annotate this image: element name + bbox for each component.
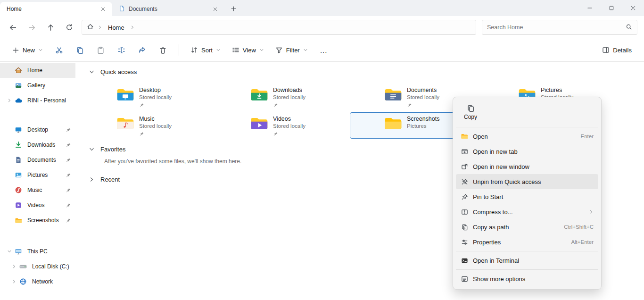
- up-button[interactable]: [41, 19, 60, 35]
- breadcrumb-home[interactable]: Home: [106, 23, 126, 32]
- section-title: Recent: [100, 176, 120, 183]
- rename-button[interactable]: [112, 42, 131, 58]
- menu-divider: [456, 251, 598, 251]
- compress-zip-icon: [461, 208, 468, 216]
- favorites-header[interactable]: Favorites: [89, 146, 125, 153]
- sidebar-item-videos[interactable]: Videos: [0, 198, 75, 213]
- tab-documents[interactable]: Documents: [112, 2, 224, 16]
- menu-item-pin-to-start[interactable]: Pin to Start: [456, 189, 598, 204]
- more-options-button[interactable]: ...: [314, 42, 333, 58]
- tab-close-icon[interactable]: [98, 4, 107, 14]
- tile-downloads[interactable]: Downloads Stored locally: [216, 83, 352, 110]
- window-controls: [579, 0, 644, 16]
- sidebar-item-this-pc[interactable]: This PC: [0, 244, 75, 259]
- sidebar-item-pictures[interactable]: Pictures: [0, 167, 75, 183]
- chevron-right-icon[interactable]: [89, 176, 95, 183]
- share-button[interactable]: [132, 42, 151, 58]
- sidebar-item-documents[interactable]: Documents: [0, 152, 75, 167]
- search-box[interactable]: Search Home: [482, 20, 637, 35]
- minimize-button[interactable]: [579, 0, 601, 16]
- view-button[interactable]: View: [227, 43, 269, 57]
- menu-item-label: Open in new tab: [473, 148, 594, 155]
- scissors-icon: [55, 46, 63, 54]
- desktop-folder-icon: [116, 88, 134, 109]
- context-copy-button[interactable]: Copy: [457, 101, 484, 124]
- tile-name: Screenshots: [407, 116, 439, 123]
- tile-subtitle: Stored locally: [139, 94, 172, 101]
- refresh-button[interactable]: [60, 19, 79, 35]
- recent-header[interactable]: Recent: [89, 176, 120, 183]
- menu-item-label: Copy as path: [473, 224, 559, 231]
- menu-item-label: Show more options: [473, 275, 594, 283]
- filter-button[interactable]: Filter: [271, 43, 313, 57]
- chevron-down-icon[interactable]: [89, 146, 95, 152]
- menu-item-unpin-quick-access[interactable]: Unpin from Quick access: [456, 174, 598, 189]
- home-breadcrumb-icon[interactable]: [87, 23, 94, 32]
- menu-item-copy-as-path[interactable]: Copy as path Ctrl+Shift+C: [456, 219, 598, 234]
- sidebar-item-label: Videos: [27, 202, 64, 208]
- tab-close-icon[interactable]: [210, 4, 220, 14]
- expand-chevron-icon[interactable]: [9, 264, 19, 269]
- sidebar-item-music[interactable]: Music: [0, 183, 75, 198]
- sidebar-item-network[interactable]: Network: [0, 274, 75, 289]
- sidebar-item-home[interactable]: Home: [0, 63, 75, 78]
- tile-videos[interactable]: Videos Stored locally: [216, 112, 352, 139]
- back-button[interactable]: [3, 19, 22, 35]
- menu-item-open-new-window[interactable]: Open in new window: [456, 159, 598, 174]
- details-button[interactable]: Details: [597, 43, 636, 57]
- close-button[interactable]: [622, 0, 644, 16]
- pin-icon: [66, 203, 71, 208]
- expand-chevron-icon[interactable]: [9, 279, 19, 284]
- details-pane-icon: [602, 46, 610, 54]
- folder-icon: [14, 217, 23, 224]
- sidebar-item-local-disk[interactable]: Local Disk (C:): [0, 259, 75, 274]
- chevron-right-icon[interactable]: [130, 25, 135, 30]
- menu-item-compress-to[interactable]: Compress to...: [456, 204, 598, 219]
- maximize-button[interactable]: [601, 0, 622, 16]
- sidebar-item-downloads[interactable]: Downloads: [0, 137, 75, 152]
- new-tab-button[interactable]: [226, 2, 240, 15]
- delete-button[interactable]: [153, 42, 172, 58]
- quick-access-header[interactable]: Quick access: [89, 68, 137, 75]
- menu-item-open[interactable]: Open Enter: [456, 129, 598, 144]
- sidebar-item-gallery[interactable]: Gallery: [0, 78, 75, 93]
- menu-item-label: Compress to...: [473, 208, 584, 216]
- copy-button[interactable]: [70, 42, 89, 58]
- menu-item-label: Open in new window: [473, 163, 594, 170]
- sidebar-item-screenshots[interactable]: Screenshots: [0, 213, 75, 228]
- filter-button-label: Filter: [286, 47, 300, 54]
- menu-item-open-in-terminal[interactable]: Open in Terminal: [456, 253, 598, 268]
- menu-item-open-new-tab[interactable]: Open in new tab: [456, 144, 598, 159]
- cut-button[interactable]: [50, 42, 68, 58]
- menu-item-properties[interactable]: Properties Alt+Enter: [456, 234, 598, 250]
- chevron-down-icon[interactable]: [89, 69, 95, 75]
- rename-icon: [117, 46, 125, 54]
- paste-button[interactable]: [91, 42, 110, 58]
- forward-button[interactable]: [22, 19, 41, 35]
- sidebar-item-label: Screenshots: [27, 217, 64, 224]
- expand-chevron-icon[interactable]: [5, 98, 14, 103]
- view-button-label: View: [243, 47, 256, 54]
- tile-desktop[interactable]: Desktop Stored locally: [82, 83, 218, 110]
- collapse-chevron-icon[interactable]: [5, 249, 14, 254]
- pin-icon: [66, 218, 71, 223]
- pin-icon: [139, 131, 172, 138]
- downloads-icon: [14, 141, 23, 149]
- tab-home[interactable]: Home: [0, 2, 112, 16]
- sidebar-item-onedrive[interactable]: RINI - Personal: [0, 93, 75, 108]
- address-bar[interactable]: Home: [82, 20, 476, 35]
- menu-item-label: Properties: [473, 239, 566, 246]
- tile-name: Desktop: [139, 87, 172, 94]
- videos-icon: [14, 201, 23, 209]
- search-icon[interactable]: [626, 24, 632, 32]
- menu-item-show-more-options[interactable]: Show more options: [456, 271, 598, 286]
- sidebar-item-desktop[interactable]: Desktop: [0, 122, 75, 137]
- plus-icon: [12, 47, 19, 54]
- sidebar-item-label: Gallery: [27, 82, 71, 89]
- videos-folder-icon: [250, 117, 268, 138]
- chevron-down-icon: [303, 48, 308, 52]
- new-button[interactable]: New: [8, 43, 48, 57]
- tile-music[interactable]: Music Stored locally: [82, 112, 218, 139]
- sort-button[interactable]: Sort: [186, 43, 225, 57]
- copy-icon: [76, 46, 84, 54]
